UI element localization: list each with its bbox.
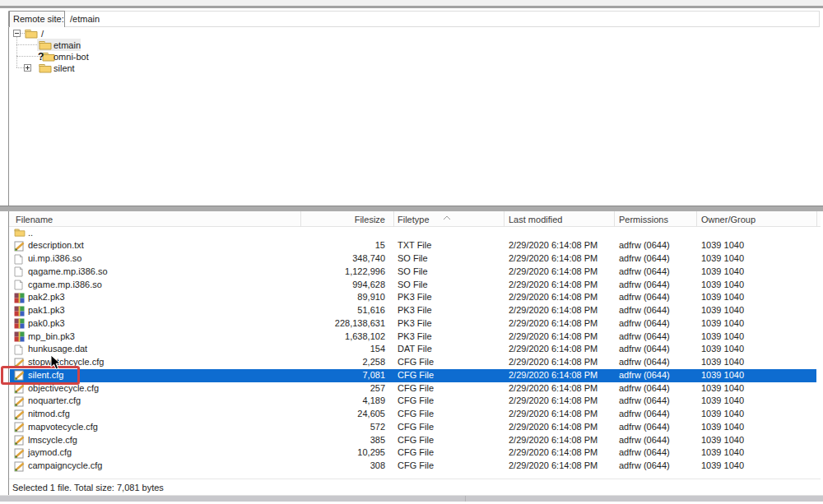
config-file-icon	[14, 435, 25, 447]
file-modified: 2/29/2020 6:14:08 PM	[509, 253, 597, 263]
file-row[interactable]: cgame.mp.i386.so994,628SO File2/29/2020 …	[10, 279, 816, 292]
file-row[interactable]: qagame.mp.i386.so1,122,996SO File2/29/20…	[10, 266, 816, 279]
folder-icon	[25, 28, 38, 41]
file-name: ui.mp.i386.so	[28, 253, 81, 263]
file-name: campaigncycle.cfg	[28, 460, 103, 470]
file-type: CFG File	[398, 370, 434, 380]
column-divider[interactable]	[300, 211, 301, 227]
archive-file-icon	[14, 331, 25, 344]
file-owner-group: 1039 1040	[701, 344, 744, 354]
tree-connector-line	[16, 44, 37, 45]
file-type: CFG File	[398, 435, 434, 445]
file-owner-group: 1039 1040	[701, 370, 744, 380]
column-divider[interactable]	[393, 211, 394, 227]
file-row[interactable]: noquarter.cfg4,189CFG File2/29/2020 6:14…	[10, 395, 816, 408]
column-header-lastmodified[interactable]: Last modified	[509, 215, 562, 224]
file-row[interactable]: objectivecycle.cfg257CFG File2/29/2020 6…	[10, 382, 816, 395]
file-row[interactable]: pak1.pk351,616PK3 File2/29/2020 6:14:08 …	[10, 304, 816, 317]
remote-site-label: Remote site:	[9, 11, 65, 28]
remote-file-list: Filename Filesize Filetype Last modified…	[8, 211, 820, 495]
remote-directory-tree: / etmain ? omni-bot silent	[8, 27, 820, 206]
expand-expander-icon[interactable]	[24, 64, 31, 72]
file-size: 4,189	[362, 395, 385, 405]
file-name: mp_bin.pk3	[28, 331, 75, 341]
file-size: 385	[370, 435, 385, 445]
file-modified: 2/29/2020 6:14:08 PM	[509, 280, 597, 289]
tree-connector-line	[16, 56, 40, 57]
file-row[interactable]: nitmod.cfg24,605CFG File2/29/2020 6:14:0…	[10, 408, 816, 421]
file-row[interactable]: stopwatchcycle.cfg2,258CFG File2/29/2020…	[10, 356, 816, 369]
file-owner-group: 1039 1040	[701, 409, 744, 418]
file-type: TXT File	[398, 240, 431, 250]
file-row[interactable]: lmscycle.cfg385CFG File2/29/2020 6:14:08…	[10, 434, 816, 447]
column-header-filename[interactable]: Filename	[16, 215, 53, 224]
file-permissions: adfrw (0644)	[619, 383, 670, 393]
file-permissions: adfrw (0644)	[619, 409, 670, 418]
tree-item-label[interactable]: silent	[53, 62, 75, 74]
panel-splitter[interactable]	[0, 206, 823, 211]
file-type: CFG File	[398, 460, 434, 470]
file-owner-group: 1039 1040	[701, 280, 744, 289]
file-modified: 2/29/2020 6:14:08 PM	[509, 383, 597, 393]
top-chrome-strip	[0, 0, 823, 6]
file-row[interactable]: ..	[10, 227, 816, 240]
folder-icon	[39, 62, 52, 76]
file-list-header: Filename Filesize Filetype Last modified…	[9, 211, 821, 227]
file-owner-group: 1039 1040	[701, 292, 744, 302]
file-permissions: adfrw (0644)	[619, 370, 670, 380]
file-size: 257	[370, 383, 385, 393]
file-row[interactable]: description.txt15TXT File2/29/2020 6:14:…	[10, 239, 816, 252]
column-divider[interactable]	[816, 211, 817, 227]
folder-icon	[14, 228, 26, 238]
column-header-permissions[interactable]: Permissions	[619, 215, 668, 224]
file-modified: 2/29/2020 6:14:08 PM	[509, 447, 597, 457]
file-modified: 2/29/2020 6:14:08 PM	[509, 435, 597, 445]
tree-item-label[interactable]: omni-bot	[53, 51, 89, 62]
file-row[interactable]: hunkusage.dat154DAT File2/29/2020 6:14:0…	[10, 343, 816, 356]
file-row[interactable]: campaigncycle.cfg308CFG File2/29/2020 6:…	[10, 460, 816, 473]
file-size: 308	[370, 460, 385, 470]
file-permissions: adfrw (0644)	[619, 280, 670, 289]
file-permissions: adfrw (0644)	[619, 266, 670, 276]
archive-file-icon	[14, 318, 25, 331]
file-type: PK3 File	[398, 305, 432, 315]
bottom-splitter[interactable]	[0, 496, 823, 502]
file-row[interactable]: mapvotecycle.cfg572CFG File2/29/2020 6:1…	[10, 421, 816, 434]
file-type: DAT File	[398, 344, 432, 354]
file-row[interactable]: ui.mp.i386.so348,740SO File2/29/2020 6:1…	[10, 252, 816, 266]
column-divider[interactable]	[696, 211, 697, 227]
config-file-icon	[14, 383, 25, 395]
remote-site-path[interactable]: /etmain	[70, 14, 100, 24]
file-row[interactable]: silent.cfg7,081CFG File2/29/2020 6:14:08…	[10, 369, 816, 382]
column-header-filesize[interactable]: Filesize	[355, 215, 385, 224]
column-header-filetype[interactable]: Filetype	[398, 215, 430, 224]
file-name: jaymod.cfg	[28, 447, 72, 457]
archive-file-icon	[14, 306, 25, 318]
file-type: PK3 File	[398, 331, 432, 341]
file-row[interactable]: jaymod.cfg10,295CFG File2/29/2020 6:14:0…	[10, 446, 816, 460]
file-type: SO File	[398, 280, 428, 289]
file-type: CFG File	[398, 409, 434, 418]
file-owner-group: 1039 1040	[701, 253, 744, 263]
tree-item-label[interactable]: /	[41, 28, 44, 39]
file-row[interactable]: pak0.pk3228,138,631PK3 File2/29/2020 6:1…	[10, 317, 816, 331]
config-file-icon	[14, 422, 25, 434]
column-divider[interactable]	[614, 211, 615, 227]
file-permissions: adfrw (0644)	[619, 435, 670, 445]
file-type: PK3 File	[398, 292, 432, 302]
file-permissions: adfrw (0644)	[619, 305, 670, 315]
column-header-ownergroup[interactable]: Owner/Group	[701, 215, 756, 224]
file-row[interactable]: mp_bin.pk31,638,102PK3 File2/29/2020 6:1…	[10, 331, 816, 344]
tree-item-label[interactable]: etmain	[53, 39, 81, 51]
tree-connector-line	[16, 67, 24, 68]
collapse-expander-icon[interactable]	[13, 30, 21, 37]
file-permissions: adfrw (0644)	[619, 292, 670, 302]
file-size: 1,122,996	[345, 266, 385, 276]
config-file-icon	[14, 396, 25, 409]
file-row[interactable]: pak2.pk389,910PK3 File2/29/2020 6:14:08 …	[10, 291, 816, 304]
file-name: noquarter.cfg	[28, 395, 81, 405]
tree-connector-line	[16, 37, 17, 67]
file-size: 1,638,102	[345, 331, 385, 341]
blank-file-icon	[14, 254, 23, 266]
column-divider[interactable]	[504, 211, 504, 227]
